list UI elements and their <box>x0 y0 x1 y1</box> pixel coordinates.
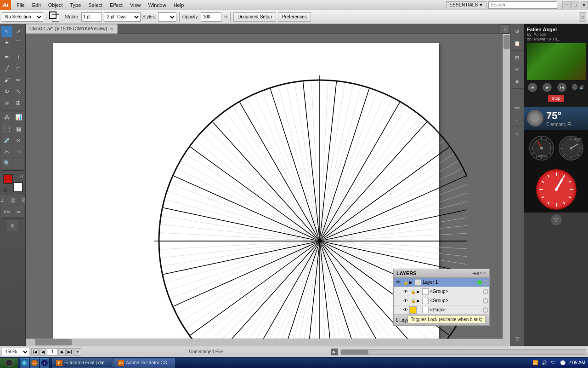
panel-collapse-icon[interactable]: ▷ <box>501 24 510 34</box>
fill-mode-button[interactable]: □ <box>0 195 7 206</box>
minimize-button[interactable]: ─ <box>562 1 571 9</box>
quick-launch-ie[interactable]: e <box>20 358 29 368</box>
tray-volume-icon[interactable]: 🔊 <box>541 359 548 367</box>
vertical-scrollbar[interactable] <box>503 34 510 339</box>
group-1-lock-icon[interactable]: 🔒 <box>409 288 417 295</box>
type-tool[interactable]: T <box>13 52 24 63</box>
status-play-icon[interactable]: ▶ <box>331 348 338 356</box>
warp-tool[interactable]: ≋ <box>1 98 12 109</box>
menu-type[interactable]: Type <box>67 1 85 9</box>
document-setup-button[interactable]: Document Setup <box>233 12 276 22</box>
itunes-prev-icon[interactable]: ⏮ <box>528 83 537 92</box>
scroll-thumb-v[interactable] <box>503 35 510 49</box>
fill-stroke-indicator[interactable] <box>49 12 63 23</box>
color-indicator[interactable]: ⇄ ⬛ <box>3 174 23 192</box>
draw-inside-button[interactable]: DI <box>13 206 24 217</box>
layers-menu-icon[interactable]: ≡ <box>480 271 482 276</box>
prev-page-icon[interactable]: ◀ <box>39 348 46 356</box>
menu-view[interactable]: View <box>126 1 145 9</box>
pen-tool[interactable]: ✒ <box>1 52 12 63</box>
group-1-expand-icon[interactable]: ▶ <box>417 289 422 294</box>
group-2-visibility-icon[interactable]: 👁 <box>402 297 409 305</box>
gradient-tool[interactable]: ▦ <box>13 123 24 134</box>
column-graph-tool[interactable]: 📊 <box>13 112 24 123</box>
horizontal-scroll-track[interactable] <box>340 349 587 355</box>
none-mode-button[interactable]: ∅ <box>19 195 26 206</box>
horizontal-scroll-thumb[interactable] <box>341 350 368 355</box>
path-visibility-icon[interactable]: 👁 <box>402 306 409 314</box>
foreground-color-swatch[interactable] <box>3 174 13 184</box>
free-transform-tool[interactable]: ⊞ <box>13 98 24 109</box>
menu-window[interactable]: Window <box>145 1 170 9</box>
layer-1-target-icon[interactable] <box>483 280 488 285</box>
rp-btn-6[interactable]: ≡ <box>512 90 523 101</box>
default-colors-icon[interactable]: ⬛ <box>3 188 8 192</box>
search-input[interactable] <box>488 1 557 9</box>
add-page-icon[interactable]: + <box>74 348 81 356</box>
start-button[interactable] <box>0 358 18 368</box>
normal-mode-button[interactable]: NM <box>1 206 12 217</box>
taskbar-item-illustrator[interactable]: Ai Adobe Illustrator CS... <box>113 358 175 368</box>
rp-btn-4[interactable]: ✂ <box>512 64 523 75</box>
zoom-select[interactable]: 150% <box>2 348 29 356</box>
screen-mode-button[interactable]: ⊞ <box>7 220 18 231</box>
layer-1-lock-icon[interactable]: 🔒 <box>402 279 409 286</box>
tray-network-icon[interactable]: 📶 <box>531 359 539 367</box>
stroke-weight-input[interactable] <box>81 12 102 22</box>
document-tab[interactable]: Clock01.ai* @ 150% (CMYK/Preview) ✕ <box>26 24 118 34</box>
horizontal-scrollbar[interactable] <box>26 339 503 346</box>
menu-effect[interactable]: Effect <box>106 1 126 9</box>
group-1-visibility-icon[interactable]: 👁 <box>402 288 409 295</box>
page-number-input[interactable]: 1 <box>47 348 58 356</box>
rp-btn-8[interactable]: ○ <box>512 114 523 125</box>
path-lock-icon[interactable] <box>409 306 417 314</box>
layer-row-1[interactable]: 👁 🔒 ▶ Layer 1 <box>394 278 489 287</box>
restore-button[interactable]: □ <box>571 1 579 9</box>
group-1-target-icon[interactable] <box>483 289 488 294</box>
layer-1-visibility-icon[interactable]: 👁 <box>395 279 402 286</box>
lasso-tool[interactable]: ⌒ <box>13 37 24 48</box>
last-page-icon[interactable]: ▶| <box>66 348 74 356</box>
stroke-mode-button[interactable]: ◎ <box>7 195 18 206</box>
zoom-tool[interactable]: 🔍 <box>1 158 12 169</box>
menu-file[interactable]: File <box>13 1 28 9</box>
mesh-tool[interactable]: ⋮⋮ <box>1 123 12 134</box>
layers-close-icon[interactable]: ✕ <box>483 271 486 276</box>
selection-dropdown[interactable]: No Selection <box>2 12 43 22</box>
preferences-button[interactable]: Preferences <box>278 12 311 22</box>
symbol-sprayer-tool[interactable]: ⁂ <box>1 112 12 123</box>
path-target-icon[interactable] <box>483 307 488 313</box>
magic-wand-tool[interactable]: ✦ <box>1 37 12 48</box>
selection-tool[interactable]: ↖ <box>1 26 12 37</box>
menu-object[interactable]: Object <box>45 1 67 9</box>
menu-select[interactable]: Select <box>85 1 106 9</box>
scale-tool[interactable]: ⤡ <box>13 86 24 97</box>
itunes-play-icon[interactable]: ▶ <box>543 83 552 92</box>
layers-collapse-icon[interactable]: ◀◀ <box>472 271 479 276</box>
quick-launch-firefox[interactable]: 🦊 <box>30 358 39 368</box>
group-2-target-icon[interactable] <box>483 298 488 304</box>
rp-btn-5[interactable]: ♣ <box>512 76 523 87</box>
opacity-input[interactable] <box>201 12 221 22</box>
stroke-style-dropdown[interactable]: 2 pt. Oval <box>104 12 141 22</box>
layer-row-group1[interactable]: 👁 🔒 ▶ <Group> <box>394 287 489 296</box>
background-color-swatch[interactable] <box>13 182 23 192</box>
hand-tool[interactable]: ☜ <box>13 146 24 157</box>
rp-expand-icon[interactable]: ▽ <box>512 333 523 344</box>
rp-btn-2[interactable]: 📋 <box>512 38 523 49</box>
panel-toggle-button[interactable]: ◁ <box>579 12 586 22</box>
menu-help[interactable]: Help <box>170 1 188 9</box>
blend-tool[interactable]: ∞ <box>13 135 24 146</box>
pencil-tool[interactable]: ✏ <box>13 75 24 86</box>
itunes-stop-button[interactable]: Stop <box>548 95 564 102</box>
line-tool[interactable]: ╱ <box>1 63 12 74</box>
tab-close-icon[interactable]: ✕ <box>110 27 113 31</box>
menu-edit[interactable]: Edit <box>28 1 45 9</box>
itunes-next-icon[interactable]: ⏭ <box>557 83 566 92</box>
next-page-icon[interactable]: ▶ <box>58 348 66 356</box>
scissors-tool[interactable]: ✂ <box>1 146 12 157</box>
sidebar-expand-icon[interactable]: ▽ <box>551 214 562 225</box>
layer-1-expand-icon[interactable]: ▶ <box>409 280 415 285</box>
close-button[interactable]: ✕ <box>580 1 588 9</box>
tray-security-icon[interactable]: 🛡 <box>550 359 557 367</box>
